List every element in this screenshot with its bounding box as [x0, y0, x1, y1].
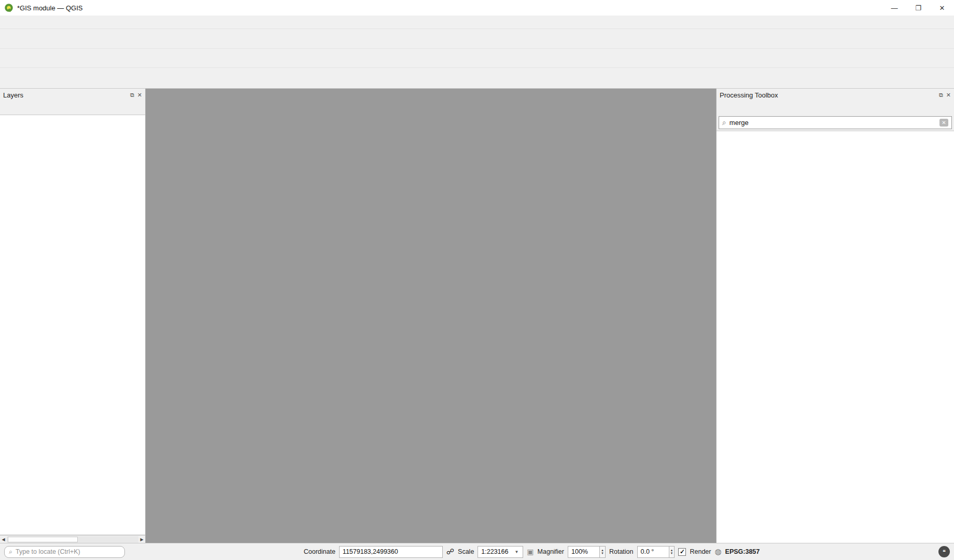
close-panel-icon[interactable]: ✕ — [946, 92, 951, 99]
magnifier-input[interactable]: 100% — [568, 546, 600, 558]
toolbar-map-navigation — [0, 29, 954, 48]
layers-horizontal-scrollbar[interactable]: ◀ ▶ — [0, 535, 145, 543]
menu-bar — [0, 16, 954, 29]
render-checkbox[interactable]: ✓ — [678, 548, 686, 556]
toolbar-digitizing — [0, 48, 954, 67]
processing-toolbox-panel: Processing Toolbox ⧉ ✕ ⌕ merge ✕ — [716, 89, 954, 543]
crs-indicator[interactable]: EPSG:3857 — [725, 548, 760, 555]
minimize-button[interactable]: — — [882, 0, 906, 16]
map-canvas[interactable] — [146, 89, 716, 543]
extent-tracking-icon[interactable]: ☍ — [446, 547, 454, 556]
scroll-right-icon[interactable]: ▶ — [138, 537, 145, 542]
processing-search-box[interactable]: ⌕ merge ✕ — [719, 116, 952, 129]
globe-icon: ◍ — [714, 547, 721, 556]
window-title: *GIS module — QGIS — [17, 4, 82, 12]
search-icon: ⌕ — [9, 548, 12, 556]
scrollbar-thumb[interactable] — [8, 537, 78, 542]
scale-label: Scale — [458, 548, 474, 555]
restore-button[interactable]: ❐ — [906, 0, 930, 16]
layers-panel-title: Layers — [3, 91, 23, 99]
clear-search-icon[interactable]: ✕ — [939, 119, 948, 127]
title-bar: *GIS module — QGIS — ❐ ✕ — [0, 0, 954, 16]
scroll-left-icon[interactable]: ◀ — [0, 537, 7, 542]
chevron-down-icon: ▼ — [514, 550, 518, 554]
lock-scale-icon[interactable]: ▣ — [527, 548, 534, 556]
locator-search[interactable]: ⌕ Type to locate (Ctrl+K) — [4, 546, 125, 558]
processing-panel-title: Processing Toolbox — [720, 91, 778, 99]
qgis-logo-icon — [4, 3, 13, 12]
close-panel-icon[interactable]: ✕ — [137, 92, 142, 99]
search-icon: ⌕ — [722, 118, 726, 127]
coordinate-input[interactable]: 11579183,2499360 — [339, 546, 443, 558]
rotation-label: Rotation — [609, 548, 634, 555]
render-label: Render — [690, 548, 711, 555]
magnifier-label: Magnifier — [538, 548, 564, 555]
scale-combo[interactable]: 1:223166▼ — [478, 546, 523, 558]
coordinate-label: Coordinate — [304, 548, 335, 555]
locator-placeholder: Type to locate (Ctrl+K) — [16, 548, 80, 555]
search-input[interactable]: merge — [729, 119, 936, 127]
rotation-stepper[interactable]: ▲▼ — [669, 546, 675, 558]
float-panel-icon[interactable]: ⧉ — [130, 92, 134, 99]
messages-icon[interactable]: ❝ — [938, 546, 950, 557]
toolbar-selection — [0, 67, 954, 88]
close-button[interactable]: ✕ — [930, 0, 954, 16]
rotation-input[interactable]: 0.0 ° — [637, 546, 669, 558]
float-panel-icon[interactable]: ⧉ — [939, 92, 943, 99]
layers-panel: Layers ⧉ ✕ ◀ ▶ — [0, 89, 146, 543]
status-bar: ⌕ Type to locate (Ctrl+K) Coordinate 115… — [0, 543, 954, 560]
magnifier-stepper[interactable]: ▲▼ — [600, 546, 606, 558]
